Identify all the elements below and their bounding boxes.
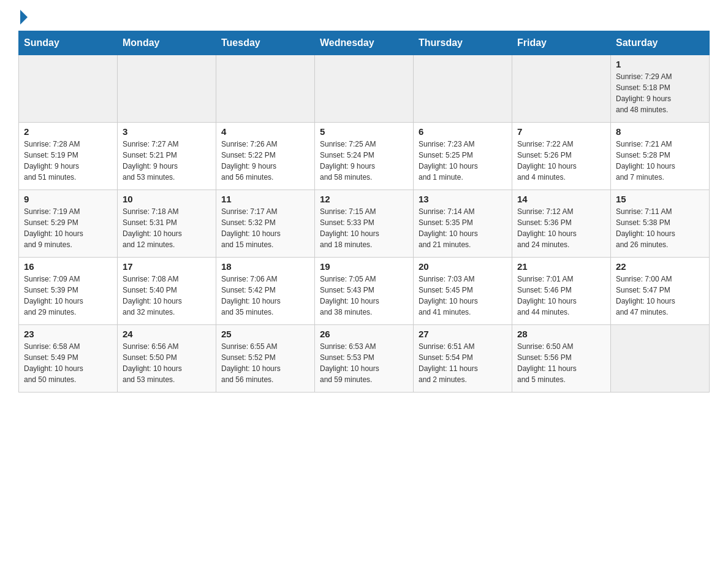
day-info: Sunrise: 7:12 AM Sunset: 5:36 PM Dayligh…	[517, 206, 605, 250]
day-number: 24	[123, 329, 211, 339]
day-info: Sunrise: 7:18 AM Sunset: 5:31 PM Dayligh…	[123, 206, 211, 250]
calendar-day-cell: 27Sunrise: 6:51 AM Sunset: 5:54 PM Dayli…	[414, 325, 512, 393]
calendar-day-cell: 7Sunrise: 7:22 AM Sunset: 5:26 PM Daylig…	[512, 123, 611, 190]
weekday-header-wednesday: Wednesday	[315, 31, 414, 55]
day-number: 14	[517, 194, 605, 204]
day-info: Sunrise: 7:22 AM Sunset: 5:26 PM Dayligh…	[517, 139, 605, 183]
calendar-day-cell: 25Sunrise: 6:55 AM Sunset: 5:52 PM Dayli…	[216, 325, 315, 393]
day-number: 8	[616, 126, 704, 137]
calendar-day-cell: 8Sunrise: 7:21 AM Sunset: 5:28 PM Daylig…	[611, 123, 710, 190]
calendar-day-cell: 6Sunrise: 7:23 AM Sunset: 5:25 PM Daylig…	[414, 123, 512, 190]
calendar-week-row: 23Sunrise: 6:58 AM Sunset: 5:49 PM Dayli…	[19, 325, 710, 393]
day-info: Sunrise: 6:56 AM Sunset: 5:50 PM Dayligh…	[123, 341, 211, 385]
calendar-day-cell: 23Sunrise: 6:58 AM Sunset: 5:49 PM Dayli…	[19, 325, 118, 393]
calendar-day-cell: 24Sunrise: 6:56 AM Sunset: 5:50 PM Dayli…	[118, 325, 216, 393]
day-number: 22	[616, 261, 704, 272]
day-info: Sunrise: 7:09 AM Sunset: 5:39 PM Dayligh…	[24, 274, 112, 318]
calendar-header-row: SundayMondayTuesdayWednesdayThursdayFrid…	[19, 31, 710, 55]
day-number: 4	[221, 126, 309, 137]
day-number: 12	[320, 194, 408, 204]
day-info: Sunrise: 7:01 AM Sunset: 5:46 PM Dayligh…	[517, 274, 605, 318]
day-info: Sunrise: 7:21 AM Sunset: 5:28 PM Dayligh…	[616, 139, 704, 183]
day-info: Sunrise: 7:26 AM Sunset: 5:22 PM Dayligh…	[221, 139, 309, 183]
calendar-empty-cell	[315, 55, 414, 123]
day-number: 6	[419, 126, 507, 137]
day-info: Sunrise: 7:25 AM Sunset: 5:24 PM Dayligh…	[320, 139, 408, 183]
calendar-day-cell: 22Sunrise: 7:00 AM Sunset: 5:47 PM Dayli…	[611, 258, 710, 325]
calendar-empty-cell	[512, 55, 611, 123]
day-info: Sunrise: 7:17 AM Sunset: 5:32 PM Dayligh…	[221, 206, 309, 250]
calendar-day-cell: 2Sunrise: 7:28 AM Sunset: 5:19 PM Daylig…	[19, 123, 118, 190]
calendar-day-cell: 12Sunrise: 7:15 AM Sunset: 5:33 PM Dayli…	[315, 190, 414, 258]
day-info: Sunrise: 7:06 AM Sunset: 5:42 PM Dayligh…	[221, 274, 309, 318]
day-info: Sunrise: 6:51 AM Sunset: 5:54 PM Dayligh…	[419, 341, 507, 385]
day-number: 9	[24, 194, 112, 204]
day-info: Sunrise: 7:19 AM Sunset: 5:29 PM Dayligh…	[24, 206, 112, 250]
day-info: Sunrise: 7:29 AM Sunset: 5:18 PM Dayligh…	[616, 71, 704, 115]
weekday-header-tuesday: Tuesday	[216, 31, 315, 55]
day-number: 28	[517, 329, 605, 339]
weekday-header-saturday: Saturday	[611, 31, 710, 55]
calendar-empty-cell	[19, 55, 118, 123]
day-info: Sunrise: 7:00 AM Sunset: 5:47 PM Dayligh…	[616, 274, 704, 318]
calendar-day-cell: 10Sunrise: 7:18 AM Sunset: 5:31 PM Dayli…	[118, 190, 216, 258]
calendar-table: SundayMondayTuesdayWednesdayThursdayFrid…	[18, 31, 710, 393]
weekday-header-thursday: Thursday	[414, 31, 512, 55]
calendar-day-cell: 13Sunrise: 7:14 AM Sunset: 5:35 PM Dayli…	[414, 190, 512, 258]
day-number: 1	[616, 59, 704, 69]
weekday-header-sunday: Sunday	[19, 31, 118, 55]
calendar-day-cell: 3Sunrise: 7:27 AM Sunset: 5:21 PM Daylig…	[118, 123, 216, 190]
day-info: Sunrise: 7:27 AM Sunset: 5:21 PM Dayligh…	[123, 139, 211, 183]
calendar-day-cell: 21Sunrise: 7:01 AM Sunset: 5:46 PM Dayli…	[512, 258, 611, 325]
calendar-empty-cell	[216, 55, 315, 123]
calendar-day-cell: 15Sunrise: 7:11 AM Sunset: 5:38 PM Dayli…	[611, 190, 710, 258]
day-info: Sunrise: 6:55 AM Sunset: 5:52 PM Dayligh…	[221, 341, 309, 385]
day-info: Sunrise: 7:28 AM Sunset: 5:19 PM Dayligh…	[24, 139, 112, 183]
day-number: 10	[123, 194, 211, 204]
day-number: 27	[419, 329, 507, 339]
day-number: 7	[517, 126, 605, 137]
calendar-day-cell: 16Sunrise: 7:09 AM Sunset: 5:39 PM Dayli…	[19, 258, 118, 325]
day-info: Sunrise: 7:05 AM Sunset: 5:43 PM Dayligh…	[320, 274, 408, 318]
day-info: Sunrise: 6:53 AM Sunset: 5:53 PM Dayligh…	[320, 341, 408, 385]
day-number: 16	[24, 261, 112, 272]
calendar-week-row: 9Sunrise: 7:19 AM Sunset: 5:29 PM Daylig…	[19, 190, 710, 258]
day-number: 15	[616, 194, 704, 204]
calendar-day-cell: 28Sunrise: 6:50 AM Sunset: 5:56 PM Dayli…	[512, 325, 611, 393]
calendar-day-cell: 20Sunrise: 7:03 AM Sunset: 5:45 PM Dayli…	[414, 258, 512, 325]
day-number: 5	[320, 126, 408, 137]
calendar-empty-cell	[414, 55, 512, 123]
day-number: 23	[24, 329, 112, 339]
day-info: Sunrise: 7:11 AM Sunset: 5:38 PM Dayligh…	[616, 206, 704, 250]
day-info: Sunrise: 6:58 AM Sunset: 5:49 PM Dayligh…	[24, 341, 112, 385]
day-number: 13	[419, 194, 507, 204]
logo-arrow-icon	[20, 10, 28, 25]
day-number: 11	[221, 194, 309, 204]
day-number: 26	[320, 329, 408, 339]
weekday-header-friday: Friday	[512, 31, 611, 55]
day-info: Sunrise: 7:08 AM Sunset: 5:40 PM Dayligh…	[123, 274, 211, 318]
day-number: 20	[419, 261, 507, 272]
calendar-week-row: 16Sunrise: 7:09 AM Sunset: 5:39 PM Dayli…	[19, 258, 710, 325]
calendar-day-cell: 26Sunrise: 6:53 AM Sunset: 5:53 PM Dayli…	[315, 325, 414, 393]
day-number: 25	[221, 329, 309, 339]
calendar-week-row: 1Sunrise: 7:29 AM Sunset: 5:18 PM Daylig…	[19, 55, 710, 123]
calendar-day-cell: 14Sunrise: 7:12 AM Sunset: 5:36 PM Dayli…	[512, 190, 611, 258]
day-number: 19	[320, 261, 408, 272]
calendar-day-cell: 9Sunrise: 7:19 AM Sunset: 5:29 PM Daylig…	[19, 190, 118, 258]
calendar-week-row: 2Sunrise: 7:28 AM Sunset: 5:19 PM Daylig…	[19, 123, 710, 190]
calendar-day-cell: 17Sunrise: 7:08 AM Sunset: 5:40 PM Dayli…	[118, 258, 216, 325]
day-number: 3	[123, 126, 211, 137]
day-number: 21	[517, 261, 605, 272]
day-info: Sunrise: 7:15 AM Sunset: 5:33 PM Dayligh…	[320, 206, 408, 250]
logo	[18, 12, 28, 25]
calendar-empty-cell	[118, 55, 216, 123]
weekday-header-monday: Monday	[118, 31, 216, 55]
calendar-day-cell: 19Sunrise: 7:05 AM Sunset: 5:43 PM Dayli…	[315, 258, 414, 325]
calendar-day-cell: 18Sunrise: 7:06 AM Sunset: 5:42 PM Dayli…	[216, 258, 315, 325]
calendar-day-cell: 5Sunrise: 7:25 AM Sunset: 5:24 PM Daylig…	[315, 123, 414, 190]
calendar-day-cell: 4Sunrise: 7:26 AM Sunset: 5:22 PM Daylig…	[216, 123, 315, 190]
day-number: 2	[24, 126, 112, 137]
calendar-empty-cell	[611, 325, 710, 393]
day-info: Sunrise: 7:14 AM Sunset: 5:35 PM Dayligh…	[419, 206, 507, 250]
